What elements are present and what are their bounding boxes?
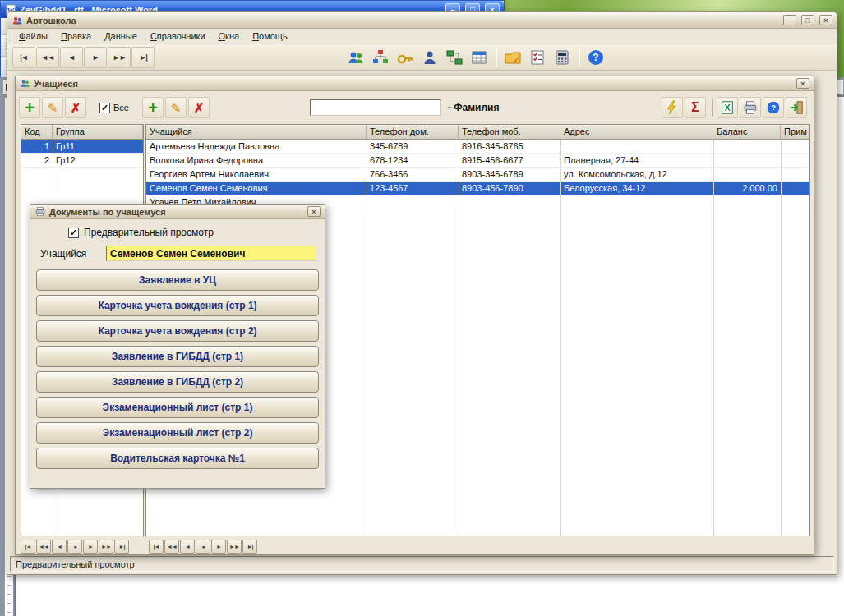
close-dialog-button[interactable]: ×: [307, 206, 321, 217]
column-header-code[interactable]: Код: [21, 125, 53, 139]
db-nav-button[interactable]: ►►: [227, 540, 242, 554]
delete-group-button[interactable]: ✗: [65, 97, 86, 118]
students-grid-header: Учащийся Телефон дом. Телефон моб. Адрес…: [146, 125, 809, 140]
document-button[interactable]: Экзаменационный лист (стр 2): [36, 422, 319, 444]
record-navigator: |◄◄◄◄►►►►|: [12, 47, 155, 68]
student-name-field[interactable]: [106, 246, 316, 261]
surname-label: - Фамилия: [448, 102, 500, 113]
document-button[interactable]: Карточка учета вождения (стр 1): [36, 295, 319, 316]
menu-item[interactable]: Помощь: [246, 30, 294, 43]
db-nav-button[interactable]: ►►: [99, 540, 113, 554]
help-button[interactable]: ?: [763, 97, 784, 118]
document-button[interactable]: Заявление в УЦ: [36, 269, 319, 291]
student-row[interactable]: Семенов Семен Семенович 123-4567 8903-45…: [146, 182, 809, 195]
minimize-button[interactable]: –: [783, 15, 796, 25]
key-icon: [396, 48, 414, 67]
exit-door-icon: [789, 100, 804, 115]
exams-button[interactable]: [526, 47, 549, 68]
org-structure-button[interactable]: [443, 47, 466, 68]
students-icon: [20, 78, 30, 89]
student-row[interactable]: Георгиев Артем Николаевич 766-3456 8903-…: [146, 168, 809, 182]
db-nav-button[interactable]: ►|: [114, 540, 129, 554]
documents-button[interactable]: [501, 47, 524, 68]
column-header-address[interactable]: Адрес: [560, 125, 713, 139]
add-group-button[interactable]: +: [19, 97, 40, 118]
schedule-button[interactable]: [468, 47, 491, 68]
group-row[interactable]: 2 Гр12: [21, 154, 143, 168]
document-button[interactable]: Водительская карточка №1: [36, 448, 319, 469]
db-nav-button[interactable]: ◄: [180, 540, 195, 554]
nav-button[interactable]: |◄: [12, 47, 35, 68]
person-icon: [421, 48, 439, 67]
column-header-phone-home[interactable]: Телефон дом.: [367, 125, 459, 139]
db-nav-button[interactable]: ►|: [242, 540, 257, 554]
delete-student-button[interactable]: ✗: [188, 97, 210, 118]
db-nav-button[interactable]: ●: [196, 540, 210, 554]
column-header-balance[interactable]: Баланс: [713, 125, 781, 139]
db-nav-button[interactable]: |◄: [21, 540, 35, 554]
document-button[interactable]: Заявление в ГИБДД (стр 2): [36, 371, 319, 393]
close-students-button[interactable]: ×: [796, 78, 809, 89]
column-header-phone-mobile[interactable]: Телефон моб.: [459, 125, 560, 139]
instructors-button[interactable]: [394, 47, 417, 68]
nav-button[interactable]: ◄◄: [36, 47, 59, 68]
nav-button[interactable]: ►►: [108, 47, 131, 68]
nav-button[interactable]: ►: [84, 47, 107, 68]
edit-student-button[interactable]: ✎: [165, 97, 187, 118]
groups-button[interactable]: [369, 47, 392, 68]
payments-button[interactable]: [551, 47, 574, 68]
db-nav-button[interactable]: ◄◄: [36, 540, 51, 554]
menu-item[interactable]: Правка: [54, 30, 98, 43]
column-header-note[interactable]: Прим: [781, 125, 809, 139]
students-toolbar: + ✎ ✗ ✓ Все + ✎ ✗ - Фамилия Σ X ?: [19, 94, 810, 121]
nav-button[interactable]: ►|: [131, 47, 155, 68]
students-window-title: Учащиеся: [34, 79, 78, 89]
plus-icon: +: [25, 99, 35, 116]
help-button[interactable]: ?: [584, 47, 607, 68]
maximize-button[interactable]: □: [801, 15, 814, 25]
print-button[interactable]: [740, 97, 761, 118]
document-buttons: Заявление в УЦКарточка учета вождения (с…: [30, 269, 325, 469]
column-header-group[interactable]: Группа: [53, 125, 143, 139]
preview-checkbox[interactable]: ✓: [68, 228, 79, 238]
add-student-button[interactable]: +: [142, 97, 164, 118]
db-nav-button[interactable]: ●: [67, 540, 82, 554]
db-nav-button[interactable]: ◄: [52, 540, 67, 554]
groups-db-navigator: |◄◄◄◄●►►►►|: [21, 540, 130, 554]
student-row[interactable]: Волкова Ирина Федоровна 678-1234 8915-45…: [146, 154, 809, 168]
nav-button[interactable]: ◄: [60, 47, 83, 68]
app-menubar: ФайлыПравкаДанныеСправочникиОкнаПомощь: [7, 29, 837, 44]
db-nav-button[interactable]: ►: [83, 540, 98, 554]
column-header-student[interactable]: Учащийся: [146, 125, 367, 139]
menu-item[interactable]: Справочники: [144, 30, 212, 43]
menu-item[interactable]: Файлы: [12, 30, 54, 43]
students-button[interactable]: [344, 47, 367, 68]
student-row[interactable]: Артемьева Надежда Павловна 345-6789 8916…: [146, 140, 809, 154]
svg-text:X: X: [724, 103, 731, 113]
db-nav-button[interactable]: ◄◄: [164, 540, 179, 554]
document-button[interactable]: Карточка учета вождения (стр 2): [36, 320, 319, 342]
document-button[interactable]: Заявление в ГИБДД (стр 1): [36, 346, 319, 367]
surname-search-input[interactable]: [310, 99, 441, 116]
sum-button[interactable]: Σ: [685, 97, 706, 118]
student-label: Учащийся: [40, 248, 106, 260]
db-nav-button[interactable]: ►: [211, 540, 226, 554]
export-excel-button[interactable]: X: [717, 97, 738, 118]
students-icon: [347, 48, 365, 67]
menu-item[interactable]: Данные: [98, 30, 144, 43]
plus-icon: +: [148, 99, 158, 116]
edit-group-button[interactable]: ✎: [42, 97, 63, 118]
all-checkbox[interactable]: ✓: [99, 103, 110, 113]
close-button[interactable]: ×: [819, 15, 832, 25]
pencil-icon: ✎: [171, 102, 182, 114]
document-button[interactable]: Экзаменационный лист (стр 1): [36, 397, 319, 418]
students-titlebar: Учащиеся ×: [16, 76, 814, 91]
menu-item[interactable]: Окна: [212, 30, 247, 43]
exit-button[interactable]: [786, 97, 807, 118]
pencil-icon: ✎: [48, 102, 58, 114]
group-row[interactable]: 1 Гр11: [21, 140, 143, 154]
db-nav-button[interactable]: |◄: [149, 540, 164, 554]
employees-button[interactable]: [418, 47, 441, 68]
generate-document-button[interactable]: [662, 97, 683, 118]
svg-text:?: ?: [771, 103, 776, 112]
